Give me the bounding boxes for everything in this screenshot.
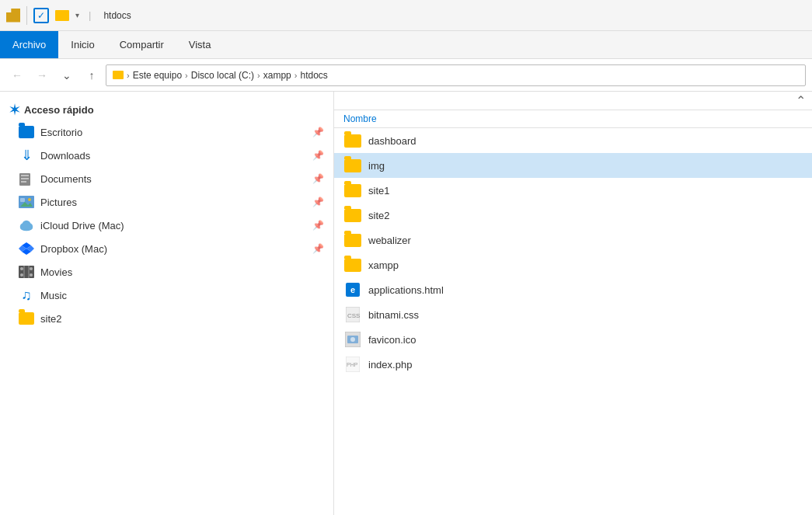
menu-archivo[interactable]: Archivo bbox=[0, 31, 58, 58]
file-row-img[interactable]: img bbox=[334, 153, 812, 178]
pictures-folder-icon bbox=[19, 194, 34, 210]
sidebar: ✶ Acceso rápido Escritorio 📌 ⇓ Downloads… bbox=[0, 92, 334, 515]
path-sep4: › bbox=[294, 71, 298, 80]
title-bar-separator bbox=[26, 6, 27, 25]
menu-compartir[interactable]: Compartir bbox=[107, 31, 176, 58]
path-sep3: › bbox=[257, 71, 260, 80]
content-toolbar: ⌃ bbox=[334, 92, 812, 110]
site2-name: site2 bbox=[368, 210, 389, 221]
menu-inicio[interactable]: Inicio bbox=[58, 31, 106, 58]
svg-point-27 bbox=[350, 337, 355, 342]
file-row-applications[interactable]: e applications.html bbox=[334, 277, 812, 302]
music-label: Music bbox=[40, 290, 324, 301]
svg-text:PHP: PHP bbox=[347, 362, 358, 367]
file-row-site1[interactable]: site1 bbox=[334, 178, 812, 203]
webalizer-name: webalizer bbox=[368, 235, 411, 246]
svg-rect-1 bbox=[21, 175, 29, 176]
nav-recent-button[interactable]: ⌄ bbox=[56, 64, 78, 86]
column-name-header[interactable]: Nombre bbox=[343, 113, 803, 124]
svg-rect-21 bbox=[23, 266, 25, 278]
path-sep1: › bbox=[127, 71, 130, 80]
html-file-icon: e bbox=[343, 280, 362, 299]
bitnami-name: bitnami.css bbox=[368, 309, 419, 321]
title-bar-arrow-icon: ▾ bbox=[75, 11, 79, 19]
site1-folder-icon bbox=[343, 181, 362, 200]
movies-icon bbox=[19, 264, 34, 280]
sidebar-item-dropbox[interactable]: Dropbox (Mac) 📌 bbox=[0, 237, 333, 260]
file-row-favicon[interactable]: favicon.ico bbox=[334, 327, 812, 352]
svg-point-17 bbox=[20, 267, 23, 270]
sidebar-item-music[interactable]: ♫ Music bbox=[0, 284, 333, 307]
escritorio-pin-icon: 📌 bbox=[312, 127, 324, 137]
css-file-icon: CSS bbox=[343, 305, 362, 324]
img-name: img bbox=[368, 160, 385, 172]
quick-access-star-icon: ✶ bbox=[9, 103, 19, 117]
sidebar-item-site2[interactable]: site2 bbox=[0, 307, 333, 330]
title-bar-folder2-icon bbox=[55, 10, 69, 21]
sidebar-item-downloads[interactable]: ⇓ Downloads 📌 bbox=[0, 144, 333, 167]
site2-label: site2 bbox=[40, 313, 324, 325]
sort-button[interactable]: ⌃ bbox=[796, 93, 806, 108]
file-row-dashboard[interactable]: dashboard bbox=[334, 128, 812, 153]
nav-forward-button[interactable]: → bbox=[31, 64, 53, 86]
ie-icon: e bbox=[346, 283, 360, 297]
documents-label: Documents bbox=[40, 173, 306, 185]
title-bar-check-icon[interactable] bbox=[33, 8, 49, 23]
site1-name: site1 bbox=[368, 185, 389, 197]
xampp-name: xampp bbox=[368, 259, 399, 271]
icloud-icon bbox=[19, 217, 34, 233]
dashboard-folder-icon bbox=[343, 131, 362, 150]
img-folder-icon bbox=[343, 156, 362, 175]
file-row-site2[interactable]: site2 bbox=[334, 203, 812, 228]
sidebar-item-icloud[interactable]: iCloud Drive (Mac) 📌 bbox=[0, 214, 333, 237]
address-bar: ← → ⌄ ↑ › Este equipo › Disco local (C:)… bbox=[0, 59, 812, 92]
icloud-pin-icon: 📌 bbox=[312, 220, 324, 231]
sidebar-item-escritorio[interactable]: Escritorio 📌 bbox=[0, 120, 333, 144]
svg-text:CSS: CSS bbox=[347, 312, 360, 319]
ico-file-icon bbox=[343, 330, 362, 349]
nav-back-button[interactable]: ← bbox=[6, 64, 28, 86]
svg-point-7 bbox=[28, 198, 31, 201]
escritorio-label: Escritorio bbox=[40, 127, 306, 138]
address-path[interactable]: › Este equipo › Disco local (C:) › xampp… bbox=[106, 64, 806, 86]
icloud-label: iCloud Drive (Mac) bbox=[40, 220, 306, 231]
index-name: index.php bbox=[368, 359, 412, 371]
downloads-label: Downloads bbox=[40, 150, 306, 162]
file-row-webalizer[interactable]: webalizer bbox=[334, 228, 812, 252]
menu-bar: Archivo Inicio Compartir Vista bbox=[0, 31, 812, 59]
file-list: Nombre dashboard img site1 site2 bbox=[334, 110, 812, 515]
movies-label: Movies bbox=[40, 266, 324, 278]
downloads-pin-icon: 📌 bbox=[312, 150, 324, 161]
documents-pin-icon: 📌 bbox=[312, 173, 324, 184]
path-este-equipo: Este equipo bbox=[133, 70, 182, 81]
nav-up-button[interactable]: ↑ bbox=[81, 64, 103, 86]
site2-folder-icon bbox=[19, 311, 34, 326]
svg-rect-5 bbox=[20, 198, 25, 202]
file-list-header: Nombre bbox=[334, 110, 812, 128]
favicon-name: favicon.ico bbox=[368, 334, 416, 346]
main-layout: ✶ Acceso rápido Escritorio 📌 ⇓ Downloads… bbox=[0, 92, 812, 515]
menu-vista[interactable]: Vista bbox=[176, 31, 224, 58]
sidebar-item-movies[interactable]: Movies bbox=[0, 260, 333, 284]
dropbox-icon bbox=[19, 241, 34, 256]
webalizer-folder-icon bbox=[343, 231, 362, 249]
file-row-xampp[interactable]: xampp bbox=[334, 252, 812, 277]
svg-point-11 bbox=[23, 221, 31, 229]
file-row-bitnami[interactable]: CSS bitnami.css bbox=[334, 302, 812, 327]
path-htdocs: htdocs bbox=[300, 70, 327, 81]
path-disco-local: Disco local (C:) bbox=[191, 70, 254, 81]
path-xampp: xampp bbox=[263, 70, 291, 81]
downloads-folder-icon: ⇓ bbox=[19, 148, 34, 163]
title-bar: ▾ | htdocs bbox=[0, 0, 812, 31]
file-row-index[interactable]: PHP index.php bbox=[334, 352, 812, 377]
sidebar-item-documents[interactable]: Documents 📌 bbox=[0, 167, 333, 190]
sidebar-item-pictures[interactable]: Pictures 📌 bbox=[0, 190, 333, 214]
dropbox-pin-icon: 📌 bbox=[312, 243, 324, 254]
pictures-pin-icon: 📌 bbox=[312, 197, 324, 207]
php-file-icon: PHP bbox=[343, 355, 362, 374]
svg-point-20 bbox=[30, 273, 33, 277]
dropbox-label: Dropbox (Mac) bbox=[40, 243, 306, 255]
path-sep2: › bbox=[185, 71, 188, 80]
svg-point-18 bbox=[30, 267, 33, 270]
quick-access-label: Acceso rápido bbox=[24, 104, 94, 116]
